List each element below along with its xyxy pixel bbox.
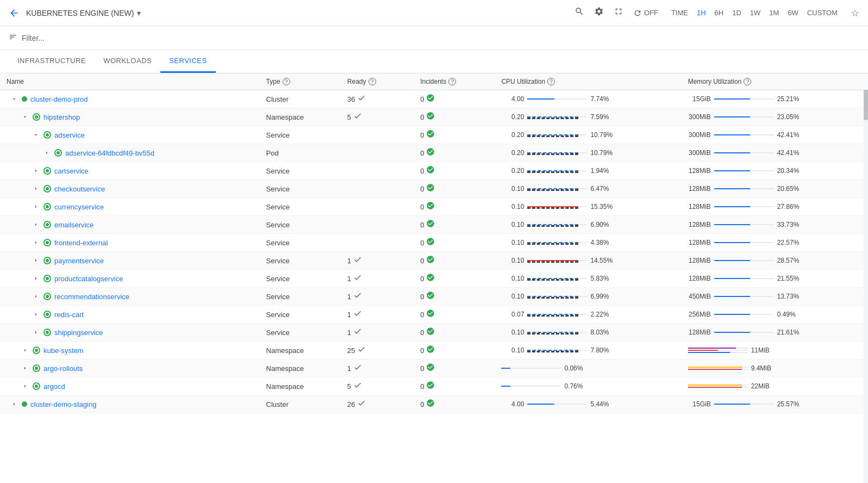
settings-icon[interactable] (594, 7, 604, 19)
ready-check-icon (353, 273, 362, 284)
cpu-cell: 0.1015.35% (495, 198, 681, 216)
ready-cell (341, 234, 414, 252)
time-btn-6h[interactable]: 6H (711, 7, 727, 19)
type-help-icon[interactable]: ? (283, 78, 290, 85)
cpu-bar (527, 131, 587, 139)
expand-button[interactable] (21, 382, 29, 391)
tab-workloads[interactable]: WORKLOADS (95, 50, 160, 73)
row-name[interactable]: productcatalogservice (54, 275, 123, 283)
incidents-cell: 0 (414, 180, 495, 198)
incidents-ok-icon (426, 183, 435, 194)
ready-help-icon[interactable]: ? (369, 78, 376, 85)
status-indicator (33, 346, 40, 354)
name-cell-kube-system: kube-system (0, 342, 260, 360)
time-btn-1d[interactable]: 1D (729, 7, 745, 19)
filter-placeholder[interactable]: Filter... (22, 34, 45, 42)
incidents-ok-icon (426, 94, 435, 104)
row-name[interactable]: recommendationservice (54, 293, 129, 301)
ready-check-icon (353, 255, 362, 266)
row-name[interactable]: adservice (54, 131, 85, 139)
ready-cell: 25 (341, 342, 414, 360)
expand-button[interactable] (32, 310, 40, 319)
cpu-bar (527, 346, 587, 355)
expand-button[interactable] (10, 400, 18, 408)
memory-label: 128MiB (688, 185, 711, 193)
row-name[interactable]: checkoutservice (54, 185, 105, 193)
scrollbar-track[interactable] (864, 75, 868, 482)
refresh-button[interactable]: OFF (633, 9, 658, 17)
incidents-ok-icon (426, 201, 435, 212)
expand-button[interactable] (21, 364, 29, 373)
ready-count: 5 (347, 113, 351, 121)
incidents-ok-icon (426, 237, 435, 248)
incidents-help-icon[interactable]: ? (448, 78, 456, 85)
memory-help-icon[interactable]: ? (744, 78, 751, 85)
table-row: hipstershopNamespace500.207.59%300MiB23.… (0, 108, 868, 126)
expand-button[interactable] (32, 184, 40, 193)
expand-button[interactable] (32, 238, 40, 247)
row-name[interactable]: frontend-external (54, 239, 108, 247)
time-btn-1w[interactable]: 1W (747, 7, 764, 19)
row-name[interactable]: emailservice (54, 221, 93, 229)
search-icon[interactable] (574, 7, 584, 19)
ready-check-icon (357, 94, 366, 104)
expand-button[interactable] (32, 328, 40, 337)
expand-button[interactable] (21, 346, 29, 355)
memory-bar (714, 113, 774, 121)
time-btn-6w[interactable]: 6W (784, 7, 802, 19)
ready-check-icon (353, 363, 362, 374)
row-name[interactable]: kube-system (43, 346, 84, 355)
cpu-help-icon[interactable]: ? (547, 78, 555, 85)
cpu-bar (501, 364, 561, 373)
name-cell-cluster-demo-prod: cluster-demo-prod (0, 90, 260, 108)
tab-infrastructure[interactable]: INFRASTRUCTURE (9, 50, 95, 73)
incidents-count: 0 (420, 185, 424, 193)
time-btn-custom[interactable]: CUSTOM (804, 7, 841, 19)
expand-button[interactable] (32, 202, 40, 211)
expand-button[interactable] (21, 113, 29, 121)
row-name[interactable]: cluster-demo-staging (30, 400, 96, 408)
cpu-cell: 0.201.94% (495, 162, 681, 180)
row-name[interactable]: paymentservice (54, 257, 104, 265)
type-cell: Service (260, 324, 341, 342)
row-name[interactable]: shippingservice (54, 329, 103, 337)
expand-button[interactable] (32, 131, 40, 139)
memory-label: 128MiB (688, 329, 711, 336)
cpu-percent: 0.76% (564, 382, 586, 390)
cpu-label: 0.20 (501, 149, 524, 157)
row-name[interactable]: redis-cart (54, 311, 84, 319)
type-cell: Service (260, 126, 341, 144)
incidents-cell: 0 (414, 234, 495, 252)
cpu-bar (527, 166, 587, 175)
memory-label: 128MiB (688, 257, 711, 264)
expand-button[interactable] (10, 95, 18, 103)
time-btn-1h[interactable]: 1H (694, 7, 709, 19)
tab-services[interactable]: SERVICES (160, 50, 216, 73)
table-body: cluster-demo-prodCluster3604.007.74%15Gi… (0, 90, 868, 413)
table-row: currencyserviceService00.1015.35%128MiB2… (0, 198, 868, 216)
star-icon[interactable]: ☆ (851, 7, 859, 19)
row-name[interactable]: cartservice (54, 167, 89, 175)
status-indicator (43, 257, 51, 264)
fullscreen-icon[interactable] (614, 7, 623, 19)
dropdown-icon[interactable]: ▾ (137, 9, 141, 17)
expand-button[interactable] (32, 274, 40, 283)
ready-check-icon (353, 309, 362, 320)
name-cell-emailservice: emailservice (0, 216, 260, 234)
back-button[interactable] (9, 8, 20, 18)
row-name[interactable]: argo-rollouts (43, 364, 83, 373)
cpu-label: 0.10 (501, 239, 524, 246)
row-name[interactable]: adservice-64fdbcdf49-bv55d (65, 149, 154, 157)
expand-button[interactable] (32, 220, 40, 229)
expand-button[interactable] (32, 292, 40, 301)
row-name[interactable]: currencyservice (54, 203, 104, 211)
expand-button[interactable] (32, 166, 40, 175)
tabs: INFRASTRUCTURE WORKLOADS SERVICES (0, 50, 868, 73)
cpu-bar (527, 202, 587, 211)
expand-button[interactable] (42, 148, 51, 157)
row-name[interactable]: hipstershop (43, 113, 80, 121)
row-name[interactable]: argocd (43, 382, 65, 391)
time-btn-1m[interactable]: 1M (766, 7, 782, 19)
row-name[interactable]: cluster-demo-prod (30, 95, 88, 103)
expand-button[interactable] (32, 256, 40, 265)
